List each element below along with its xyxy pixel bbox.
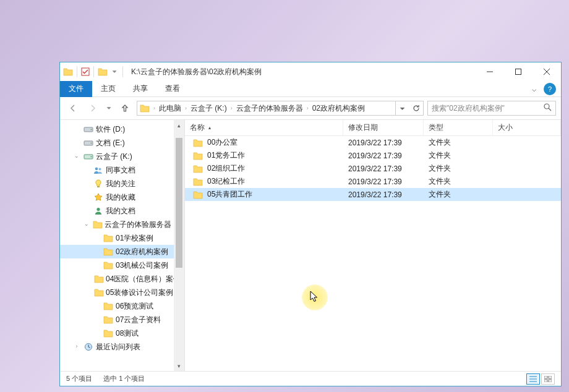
view-details-button[interactable] [526, 373, 540, 385]
nav-up-button[interactable] [117, 100, 133, 116]
column-name[interactable]: 名称 ▴ [185, 120, 343, 135]
tree-item[interactable]: 我的文档 [60, 204, 174, 218]
folder-icon [192, 190, 203, 200]
tab-share[interactable]: 共享 [124, 81, 156, 97]
file-row[interactable]: 01党务工作2019/3/22 17:39文件夹 [185, 149, 561, 162]
tree-item[interactable]: 02政府机构案例 [60, 245, 174, 258]
column-headers: 名称 ▴ 修改日期 类型 大小 [185, 120, 561, 136]
file-date: 2019/3/22 17:39 [343, 164, 424, 173]
file-row[interactable]: 05共青团工作2019/3/22 17:39文件夹 [185, 188, 561, 201]
breadcrumb[interactable]: 02政府机构案例 [310, 103, 367, 114]
file-row[interactable]: 00办公室2019/3/22 17:39文件夹 [185, 136, 561, 149]
ribbon-tabs: 文件 主页 共享 查看 ⌵ ? [60, 81, 561, 97]
tree-item[interactable]: 04医院（信息科）案例 [60, 272, 174, 286]
tree-item[interactable]: 我的收藏 [60, 190, 174, 204]
folder-icon [94, 274, 104, 284]
folder-icon [192, 164, 203, 174]
chevron-right-icon[interactable]: › [72, 343, 81, 349]
breadcrumb[interactable]: 云盒子的体验服务器 [234, 103, 306, 114]
column-size[interactable]: 大小 [493, 120, 561, 135]
column-type[interactable]: 类型 [424, 120, 493, 135]
chevron-right-icon[interactable]: › [306, 105, 310, 111]
file-row[interactable]: 02组织工作2019/3/22 17:39文件夹 [185, 162, 561, 175]
file-name: 01党务工作 [207, 150, 245, 161]
navigation-tree[interactable]: 软件 (D:)文档 (E:)⌄云盒子 (K:)同事文档我的关注我的收藏我的文档⌄… [60, 120, 185, 371]
chevron-right-icon[interactable]: › [152, 105, 156, 111]
scrollbar-thumb[interactable] [176, 138, 182, 268]
status-selected-count: 选中 1 个项目 [103, 374, 145, 383]
svg-point-2 [544, 104, 549, 109]
search-input[interactable]: 搜索"02政府机构案例" [427, 101, 556, 116]
nav-history-dropdown[interactable]: ⏷ [105, 100, 113, 116]
minimize-button[interactable] [476, 62, 504, 81]
qat-dropdown-icon[interactable]: ⏷ [109, 67, 119, 77]
tree-scrollbar[interactable]: ▴▾ [174, 120, 184, 371]
tree-item-label: 我的收藏 [106, 192, 135, 203]
tab-view[interactable]: 查看 [156, 81, 189, 97]
clock-icon [83, 342, 94, 352]
tree-item[interactable]: ›最近访问列表 [60, 340, 174, 354]
search-placeholder: 搜索"02政府机构案例" [432, 103, 505, 114]
chevron-right-icon[interactable]: › [184, 105, 188, 111]
file-date: 2019/3/22 17:39 [343, 190, 424, 199]
scroll-up-icon[interactable]: ▴ [174, 120, 184, 130]
window-buttons [476, 62, 561, 81]
file-type: 文件夹 [424, 176, 493, 187]
breadcrumb[interactable]: 此电脑 [156, 103, 184, 114]
tree-item[interactable]: ⌄云盒子 (K:) [60, 150, 174, 163]
column-date[interactable]: 修改日期 [343, 120, 424, 135]
title-bar: ⏷ K:\云盒子的体验服务器\02政府机构案例 [60, 62, 561, 81]
file-date: 2019/3/22 17:39 [343, 151, 424, 160]
tree-item-label: 04医院（信息科）案例 [106, 274, 181, 284]
view-icons-button[interactable] [541, 373, 555, 385]
ribbon-expand-icon[interactable]: ⌵ [528, 85, 540, 93]
close-button[interactable] [533, 62, 561, 81]
tree-item[interactable]: 01学校案例 [60, 231, 174, 245]
tree-item[interactable]: ⌄云盒子的体验服务器 [60, 218, 174, 231]
drive-icon [83, 124, 94, 134]
tree-item[interactable]: 同事文档 [60, 163, 174, 177]
tree-item[interactable]: 07云盒子资料 [60, 313, 174, 326]
nav-forward-button[interactable] [85, 100, 101, 116]
folder-icon [97, 66, 108, 77]
explorer-body: 软件 (D:)文档 (E:)⌄云盒子 (K:)同事文档我的关注我的收藏我的文档⌄… [60, 119, 561, 371]
scroll-down-icon[interactable]: ▾ [174, 360, 184, 371]
tree-item[interactable]: 08测试 [60, 326, 174, 340]
file-list-pane: 名称 ▴ 修改日期 类型 大小 00办公室2019/3/22 17:39文件夹0… [185, 120, 561, 371]
search-icon[interactable] [544, 103, 552, 113]
qat-separator [93, 66, 94, 77]
breadcrumb[interactable]: 云盒子 (K:) [188, 103, 229, 114]
help-icon[interactable]: ? [544, 83, 556, 95]
folder-icon [103, 315, 114, 325]
refresh-icon[interactable] [409, 101, 423, 115]
svg-rect-15 [549, 376, 552, 378]
file-row[interactable]: 03纪检工作2019/3/22 17:39文件夹 [185, 175, 561, 188]
tab-file[interactable]: 文件 [60, 81, 92, 97]
tree-item[interactable]: 我的关注 [60, 177, 174, 190]
folder-icon [192, 151, 203, 161]
file-type: 文件夹 [424, 163, 493, 174]
chevron-down-icon[interactable]: ⌄ [72, 153, 81, 159]
qat-checkbox-icon[interactable] [80, 67, 90, 77]
tab-home[interactable]: 主页 [92, 81, 124, 97]
svg-rect-14 [544, 376, 547, 378]
tree-item[interactable]: 文档 (E:) [60, 136, 174, 150]
nav-back-button[interactable] [65, 100, 81, 116]
chevron-down-icon[interactable]: ⌄ [82, 221, 90, 227]
address-bar[interactable]: › 此电脑 › 云盒子 (K:) › 云盒子的体验服务器 › 02政府机构案例 … [137, 101, 424, 116]
svg-point-9 [95, 168, 98, 171]
address-dropdown-icon[interactable]: ⏷ [396, 101, 409, 115]
tree-item[interactable]: 05装修设计公司案例 [60, 286, 174, 299]
folder-icon [103, 328, 114, 338]
maximize-button[interactable] [504, 62, 533, 81]
svg-rect-16 [544, 380, 547, 382]
tree-item-label: 文档 (E:) [96, 138, 125, 148]
tree-item[interactable]: 06预览测试 [60, 299, 174, 313]
people-icon [93, 165, 104, 175]
chevron-right-icon[interactable]: › [229, 105, 234, 111]
folder-icon [140, 104, 150, 113]
tree-item[interactable]: 软件 (D:) [60, 122, 174, 136]
bulb-icon [93, 179, 104, 189]
folder-icon [103, 301, 114, 311]
tree-item[interactable]: 03机械公司案例 [60, 258, 174, 272]
